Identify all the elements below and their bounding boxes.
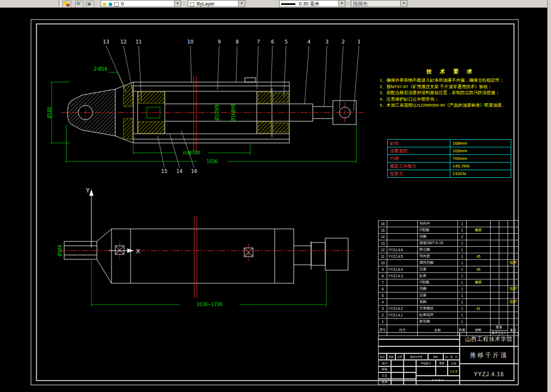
layer-dropdown-arrow-icon[interactable]: ▼: [174, 1, 181, 7]
bom-header-row: 序号 代号 名称 数量 材料 重量 备注: [379, 325, 519, 331]
param-row: 缸径168mm: [388, 140, 511, 147]
param-value: 105mm: [450, 147, 511, 155]
label-weight: 重量: [436, 360, 448, 366]
label-scale: 比例: [448, 360, 460, 366]
label-sheet: 共 张 第 张: [416, 376, 460, 385]
bom-row: 13弹簧GB/T K-151: [379, 240, 519, 247]
bom-cell-qty: 1: [458, 273, 467, 279]
revision-row-empty: [378, 332, 460, 339]
bom-cell-code: YYZJ.4.6: [387, 247, 418, 253]
bom-cell-unit: [491, 260, 499, 266]
bom-cell-mat: [467, 299, 491, 306]
bom-cell-name: 导向环: [418, 221, 458, 227]
callout-number: 9: [218, 39, 221, 45]
tech-requirement-line: 5、未加工表面按QJ122M0059-90《产品的油漆标准》喷漆油漆。: [380, 102, 522, 109]
title-block: 山西工程技术学院 推移千斤顶 YYZJ.4.16 标记 处数 分区 更改文件号 …: [378, 332, 518, 385]
param-value: 700mm: [450, 155, 511, 163]
bom-cell-unit: [491, 299, 499, 306]
bom-cell-name: 防尘圈: [418, 247, 458, 253]
bom-cell-no: 13: [379, 240, 387, 247]
bom-cell-code: YYZJ.4.3: [387, 273, 418, 279]
label-approve: 批准: [378, 379, 391, 385]
lineweight-dropdown-arrow-icon[interactable]: ▼: [338, 1, 345, 7]
callout-number: 7: [257, 39, 260, 45]
callout-number: 5: [284, 39, 288, 45]
param-value: 145.7KN: [450, 163, 511, 170]
bom-cell-total: [499, 227, 508, 234]
bom-cell-no: 11: [379, 253, 387, 260]
layer-control-dropdown[interactable]: 0 ▼: [101, 0, 181, 7]
bom-cell-total: [499, 279, 508, 286]
callout-numbers-top: 13 12 11 10 9 8 7 6 5 4 3 2 1: [103, 39, 361, 45]
label-date: 年、月、日: [443, 353, 460, 360]
bom-row: 2YYZJ.4.1缸体组焊1: [379, 312, 519, 319]
bom-cell-note: 组焊: [508, 260, 519, 266]
drawing-title: 推移千斤顶: [460, 346, 518, 364]
drawing-number: YYZJ.4.16: [460, 364, 518, 385]
bom-cell-code: [387, 240, 418, 247]
bom-cell-unit: [491, 253, 499, 260]
callout-number: 3: [325, 39, 329, 45]
param-table-body: 缸径168mm活塞直径105mm行程700mm额定工作推力145.7KN拉架力2…: [388, 140, 511, 178]
plotstyle-dropdown-arrow-icon[interactable]: ▼: [400, 1, 407, 7]
color-dropdown-arrow-icon[interactable]: ▼: [238, 1, 245, 7]
bom-cell-total: [499, 273, 508, 279]
bom-cell-name: 活塞: [418, 293, 458, 299]
bom-cell-mat: 45: [467, 253, 491, 260]
bom-cell-qty: 1: [458, 299, 467, 306]
bom-cell-code: [387, 234, 418, 240]
bom-cell-note: [508, 319, 519, 325]
layer-properties-icon[interactable]: [63, 1, 71, 8]
bom-cell-mat: [467, 247, 491, 253]
bom-cell-unit: [491, 266, 499, 273]
bom-cell-code: YYZJ.4.5: [387, 253, 418, 260]
bom-row: 10弹性挡圈1组焊: [379, 260, 519, 266]
layer-lock-icon: [109, 3, 112, 6]
callout-number: 1: [357, 39, 361, 45]
bom-cell-code: YYZJ.4.4: [387, 266, 418, 273]
bom-header-weight: 重量: [491, 325, 508, 331]
tech-requirement-line: 3、装配合格后活塞杆缩到最短位置，采取防尘防污防冻措施；: [380, 90, 522, 96]
callout-number: 10: [187, 39, 194, 45]
callout-number: 16: [191, 169, 197, 174]
bom-cell-name: 胶垫圈: [418, 319, 458, 325]
make-layer-current-icon[interactable]: [75, 1, 84, 8]
param-label: 活塞直径: [388, 147, 450, 155]
dim-stroke: 行程700: [182, 151, 200, 155]
lineweight-control-dropdown[interactable]: 0.30 毫米 ▼: [279, 0, 345, 7]
bom-cell-name: 方形螺丝: [418, 306, 458, 312]
bom-cell-code: [387, 299, 418, 306]
plan-lug: [64, 241, 97, 259]
bom-cell-unit: [491, 279, 499, 286]
layer-name: 0: [121, 1, 124, 7]
bom-cell-note: [508, 266, 519, 273]
plotstyle-control-dropdown[interactable]: 随颜色 ▼: [351, 0, 407, 7]
bom-cell-no: 5: [379, 293, 387, 299]
param-row: 拉架力231KN: [388, 170, 511, 178]
lineweight-sample: [281, 3, 295, 5]
label-count: 处数: [387, 353, 395, 360]
label-change-file: 更改文件号: [404, 353, 428, 360]
bom-cell-no: 3: [379, 306, 387, 312]
bom-cell-mat: [467, 286, 491, 293]
bom-cell-note: [508, 293, 519, 299]
label-process: 工艺: [378, 372, 391, 379]
callout-number: 6: [271, 39, 274, 45]
bom-cell-name: 导向套: [418, 253, 458, 260]
bom-row: 3YYZJ.4.2方形螺丝141: [379, 306, 519, 312]
dim-body-od: Ø168: [57, 245, 63, 257]
layer-previous-icon[interactable]: [86, 1, 95, 8]
color-control-dropdown[interactable]: ByLayer ▼: [188, 0, 245, 7]
bom-cell-mat: [467, 293, 491, 299]
bom-cell-no: 1: [379, 319, 387, 325]
bom-cell-total: [499, 293, 508, 299]
bom-cell-name: 挡圈: [418, 286, 458, 293]
bom-cell-mat: [467, 319, 491, 325]
bom-cell-code: [387, 293, 418, 299]
bom-cell-total: [499, 260, 508, 266]
cad-canvas[interactable]: Ø180 2-Ø16 Ø105f9 Ø168H9 行程700 1036 13 1…: [0, 8, 551, 392]
bom-cell-total: [499, 253, 508, 260]
tech-requirement-line: 4、注意保护缸口止外部受伤；: [380, 96, 522, 103]
bom-cell-qty: 1: [458, 286, 467, 293]
label-stage: 阶段标记: [416, 360, 436, 366]
